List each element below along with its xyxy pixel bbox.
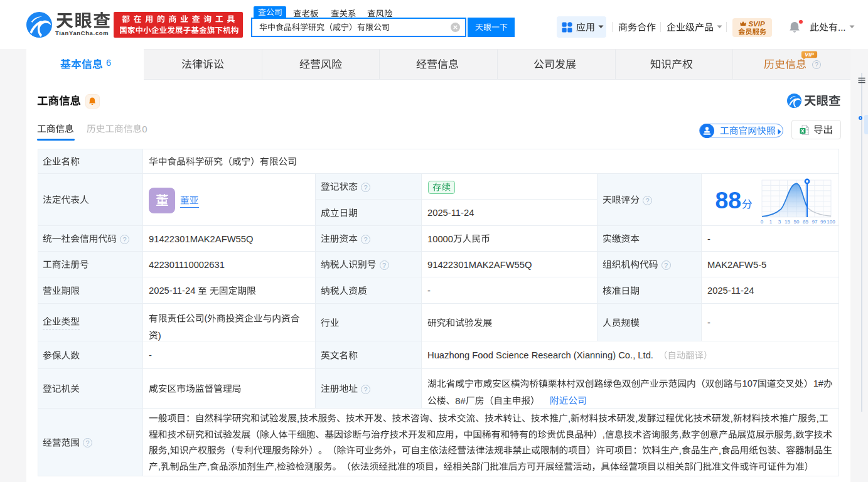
svg-text:VIP: VIP [805, 51, 813, 58]
svg-text:1: 1 [769, 219, 773, 225]
svg-text:15: 15 [785, 219, 790, 225]
svg-text:0: 0 [761, 219, 764, 225]
svg-text:99: 99 [820, 219, 826, 225]
svg-text:50: 50 [794, 219, 800, 225]
svg-text:97: 97 [812, 219, 818, 225]
svg-text:85: 85 [803, 219, 808, 225]
svg-text:100: 100 [827, 219, 835, 225]
svg-text:3: 3 [778, 219, 781, 225]
